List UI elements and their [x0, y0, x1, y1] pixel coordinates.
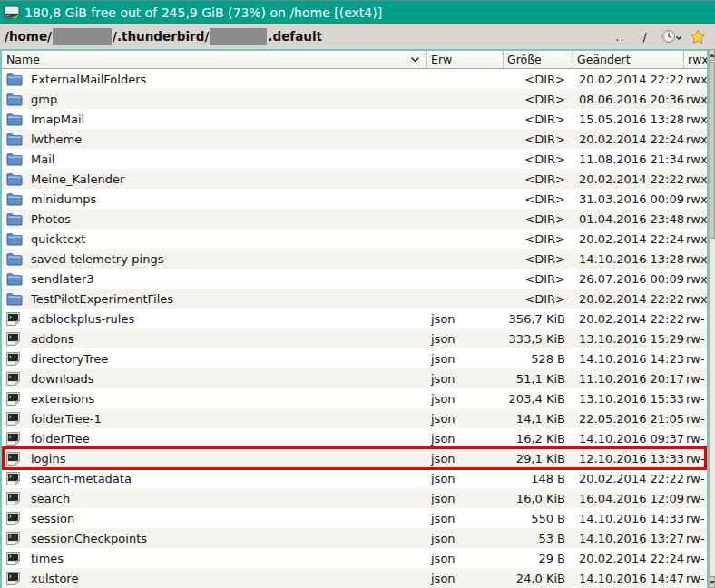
root-dir-button[interactable]: / [638, 28, 652, 45]
file-name-label: Photos [31, 212, 71, 226]
parent-dir-button[interactable]: .. [610, 28, 630, 45]
file-size-cell: 333,5 KiB [503, 332, 573, 346]
file-size-cell: 148 B [503, 472, 573, 485]
arrow-up-icon [710, 54, 715, 57]
file-row[interactable]: search-metadata json 148 B 20.02.2014 22… [2, 468, 707, 488]
file-name-label: adblockplus-rules [31, 312, 134, 326]
file-row[interactable]: search json 16,0 KiB 16.04.2016 12:09 rw… [2, 488, 707, 508]
folder-icon [6, 132, 23, 146]
json-file-icon [6, 411, 20, 426]
file-permissions-cell: rwx [683, 272, 707, 286]
file-row[interactable]: times json 29 B 20.02.2014 22:24 rw- [2, 548, 707, 568]
file-row[interactable]: ExternalMailFolders <DIR> 20.02.2014 22:… [2, 69, 707, 89]
disk-usage-bar[interactable]: 180,8 GiB free out of 245,9 GiB (73%) on… [0, 0, 715, 24]
file-row[interactable]: Mail <DIR> 11.08.2016 21:34 rwx [2, 149, 707, 169]
file-row[interactable]: sessionCheckpoints json 53 B 14.10.2016 … [2, 528, 707, 548]
file-permissions-cell: rw- [683, 352, 707, 366]
file-name-cell: addons [2, 331, 426, 346]
file-row[interactable]: TestPilotExperimentFiles <DIR> 20.02.201… [2, 289, 707, 309]
folder-icon [6, 292, 23, 306]
file-permissions-cell: rwx [683, 172, 707, 186]
file-type-icon [6, 431, 23, 446]
file-extension-cell: json [426, 472, 503, 485]
path-bar[interactable]: /home//.thunderbird/.default .. / [0, 24, 715, 49]
file-row[interactable]: Photos <DIR> 01.04.2016 23:48 rwx [2, 209, 707, 229]
file-permissions-cell: rw- [683, 472, 707, 485]
folder-icon [6, 272, 23, 286]
file-row[interactable]: ImapMail <DIR> 15.05.2016 13:28 rwx [2, 109, 707, 129]
file-row[interactable]: lwtheme <DIR> 20.02.2014 22:24 rwx [2, 129, 707, 149]
file-row[interactable]: adblockplus-rules json 356,7 KiB 20.02.2… [2, 309, 707, 328]
file-extension-cell: json [426, 452, 503, 466]
file-name-label: sessionCheckpoints [31, 532, 147, 545]
file-row[interactable]: xulstore json 24,0 KiB 14.10.2016 14:47 … [2, 568, 707, 588]
file-name-cell: ImapMail [2, 112, 426, 126]
file-permissions-cell: rw- [683, 572, 707, 585]
file-row[interactable]: gmp <DIR> 08.06.2016 20:36 rwx [2, 89, 707, 109]
free-space-text: 180,8 GiB free out of 245,9 GiB (73%) on… [24, 5, 382, 20]
file-size-cell: 203,4 KiB [503, 392, 573, 406]
file-extension-cell: json [426, 572, 503, 585]
column-header-extension[interactable]: Erw [426, 51, 503, 68]
column-header-permissions[interactable]: rwx [683, 51, 707, 68]
file-row[interactable]: quicktext <DIR> 20.02.2014 22:24 rwx [2, 229, 707, 249]
file-row[interactable]: session json 550 B 14.10.2016 14:33 rw- [2, 508, 707, 528]
file-row[interactable]: minidumps <DIR> 31.03.2016 00:09 rwx [2, 189, 707, 209]
file-row[interactable]: directoryTree json 528 B 14.10.2016 14:2… [2, 348, 707, 368]
bookmark-star-icon[interactable] [690, 29, 706, 44]
vertical-scrollbar[interactable] [709, 49, 715, 588]
file-row[interactable]: sendlater3 <DIR> 26.07.2016 00:09 rwx [2, 269, 707, 289]
file-type-icon [6, 511, 23, 525]
file-name-label: lwtheme [31, 132, 82, 146]
column-header-name[interactable]: Name [2, 51, 426, 68]
file-name-label: quicktext [31, 232, 85, 246]
file-name-cell: folderTree-1 [2, 411, 426, 426]
file-size-cell: <DIR> [503, 252, 573, 266]
file-name-cell: saved-telemetry-pings [2, 251, 426, 266]
file-row[interactable]: extensions json 203,4 KiB 13.10.2016 15:… [2, 388, 707, 408]
file-name-label: sendlater3 [31, 272, 94, 286]
folder-icon [6, 192, 23, 206]
column-header-row: Name Erw Größe Geändert rwx [2, 51, 707, 69]
file-name-label: folderTree [31, 432, 90, 446]
file-permissions-cell: rw- [683, 412, 707, 426]
file-type-icon [6, 531, 23, 545]
column-header-size[interactable]: Größe [503, 51, 573, 68]
scroll-up-button[interactable] [710, 49, 715, 61]
file-name-label: search [31, 492, 70, 505]
file-size-cell: 24,0 KiB [503, 572, 573, 585]
file-row[interactable]: Meine_Kalender <DIR> 20.02.2014 22:22 rw… [2, 169, 707, 189]
folder-icon [6, 232, 23, 246]
history-clock-icon[interactable] [661, 29, 682, 44]
file-permissions-cell: rw- [683, 312, 707, 326]
file-modified-cell: 22.05.2016 21:05 [573, 412, 683, 426]
column-header-modified[interactable]: Geändert [573, 51, 683, 68]
file-type-icon [6, 351, 23, 366]
file-type-icon [6, 271, 23, 286]
file-type-icon [6, 571, 23, 585]
file-row[interactable]: addons json 333,5 KiB 13.10.2016 15:29 r… [2, 328, 707, 348]
scroll-down-button[interactable] [710, 576, 715, 588]
file-name-cell: extensions [2, 391, 426, 406]
json-file-icon [6, 571, 20, 585]
scrollbar-thumb[interactable] [710, 62, 715, 239]
json-file-icon [6, 311, 20, 326]
file-name-label: addons [31, 332, 73, 346]
file-name-label: times [31, 552, 64, 565]
file-permissions-cell: rwx [683, 113, 707, 126]
json-file-icon [6, 551, 20, 565]
file-size-cell: 29 B [503, 552, 573, 565]
file-modified-cell: 31.03.2016 00:09 [573, 192, 683, 206]
file-row[interactable]: saved-telemetry-pings <DIR> 14.10.2016 1… [2, 249, 707, 269]
file-name-label: logins [31, 452, 65, 466]
file-row[interactable]: downloads json 51,1 KiB 11.10.2016 20:17… [2, 368, 707, 388]
json-file-icon [6, 491, 20, 505]
path-segment: /.thunderbird/ [113, 29, 209, 44]
file-size-cell: 53 B [503, 532, 573, 545]
file-modified-cell: 26.07.2016 00:09 [573, 272, 683, 286]
file-type-icon [6, 112, 23, 126]
file-row[interactable]: logins json 29,1 KiB 12.10.2016 13:33 rw… [2, 448, 707, 468]
json-file-icon [6, 331, 20, 346]
file-row[interactable]: folderTree json 16,2 KiB 14.10.2016 09:3… [2, 428, 707, 448]
file-row[interactable]: folderTree-1 json 14,1 KiB 22.05.2016 21… [2, 408, 707, 428]
